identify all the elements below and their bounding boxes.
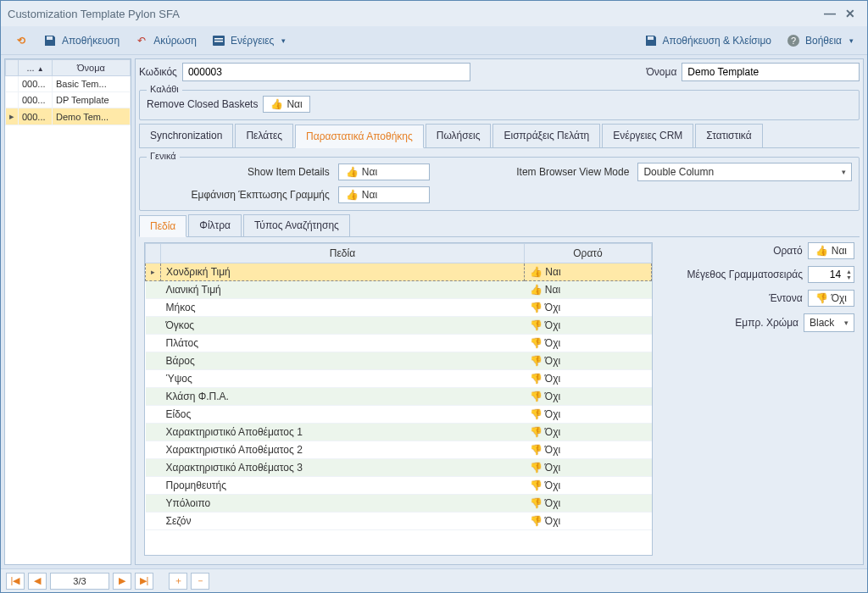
nav-first-button[interactable]: |◀ — [6, 573, 25, 590]
basket-legend: Καλάθι — [147, 84, 182, 94]
spin-down-icon[interactable]: ▼ — [846, 274, 852, 280]
cancel-label: Ακύρωση — [153, 35, 197, 47]
refresh-button[interactable]: ⟲ — [8, 30, 35, 51]
help-dropdown[interactable]: ? Βοήθεια — [780, 30, 860, 51]
field-row[interactable]: Σεζόν👎 Όχι — [146, 513, 652, 530]
field-row[interactable]: Πλάτος👎 Όχι — [146, 335, 652, 352]
prop-fgcolor-label: Εμπρ. Χρώμα — [735, 317, 798, 329]
add-button[interactable]: ＋ — [169, 573, 187, 590]
template-row[interactable]: ▸000...Demo Tem... — [6, 108, 131, 125]
fields-table[interactable]: Πεδία Ορατό ▸Χονδρική Τιμή👍 ΝαιΛιανική Τ… — [144, 242, 653, 556]
thumb-up-icon: 👍 — [270, 98, 283, 110]
thumb-up-icon: 👍 — [346, 189, 359, 201]
field-row[interactable]: Χαρακτηριστικό Αποθέματος 2👎 Όχι — [146, 441, 652, 459]
prop-fgcolor-combo[interactable]: Black▾ — [804, 313, 854, 332]
nav-last-button[interactable]: ▶| — [135, 573, 153, 590]
field-row[interactable]: Χαρακτηριστικό Αποθέματος 1👎 Όχι — [146, 424, 652, 441]
svg-rect-2 — [214, 41, 223, 42]
prop-visible-toggle[interactable]: 👍Ναι — [808, 242, 854, 259]
prop-fontsize-label: Μέγεθος Γραμματοσειράς — [687, 269, 804, 280]
basket-fieldset: Καλάθι Remove Closed Baskets 👍Ναι — [139, 90, 860, 120]
remove-baskets-toggle[interactable]: 👍Ναι — [263, 96, 309, 113]
chevron-down-icon: ▾ — [844, 319, 849, 327]
main-tab[interactable]: Ενέργειες CRM — [602, 124, 693, 147]
prop-bold-label: Έντονα — [769, 292, 803, 304]
main-panel: Κωδικός Όνομα Καλάθι Remove Closed Baske… — [135, 58, 864, 565]
sub-tabs: ΠεδίαΦίλτραΤύπος Αναζήτησης — [139, 214, 860, 237]
toolbar: ⟲ Αποθήκευση ↶ Ακύρωση Ενέργειες Αποθήκε… — [1, 26, 867, 55]
save-icon — [43, 34, 57, 47]
field-properties: Ορατό 👍Ναι Μέγεθος Γραμματοσειράς ▲▼ Έντ… — [659, 242, 854, 556]
svg-text:?: ? — [791, 36, 796, 46]
thumb-up-icon: 👍 — [815, 245, 828, 257]
line-discount-toggle[interactable]: 👍Ναι — [338, 186, 430, 203]
help-label: Βοήθεια — [805, 35, 842, 47]
field-row[interactable]: Λιανική Τιμή👍 Ναι — [146, 281, 652, 299]
remove-baskets-label: Remove Closed Baskets — [147, 98, 258, 110]
actions-label: Ενέργειες — [231, 35, 274, 47]
main-tab[interactable]: Synchronization — [139, 124, 233, 147]
nav-page-indicator: 3/3 — [50, 573, 109, 590]
cancel-button[interactable]: ↶ Ακύρωση — [128, 30, 203, 51]
actions-icon — [212, 34, 225, 47]
name-label: Όνομα — [647, 66, 677, 78]
remove-button[interactable]: － — [191, 573, 209, 590]
refresh-icon: ⟲ — [14, 34, 28, 47]
sub-tab[interactable]: Πεδία — [139, 215, 186, 237]
field-row[interactable]: Ύψος👎 Όχι — [146, 370, 652, 388]
field-row[interactable]: Υπόλοιπο👎 Όχι — [146, 495, 652, 513]
template-grid[interactable]: ... ▲ Όνομα 000...Basic Tem...000...DP T… — [4, 58, 131, 565]
prop-visible-label: Ορατό — [773, 245, 803, 257]
code-input[interactable] — [182, 63, 470, 81]
main-tab[interactable]: Εισπράξεις Πελάτη — [492, 124, 600, 147]
window-title: Customization Template Pylon SFA — [8, 8, 820, 20]
save-label: Αποθήκευση — [62, 35, 120, 47]
titlebar: Customization Template Pylon SFA — ✕ — [1, 1, 867, 26]
code-label: Κωδικός — [139, 66, 177, 78]
nav-next-button[interactable]: ▶ — [113, 573, 131, 590]
svg-rect-1 — [214, 38, 223, 40]
show-item-details-label: Show Item Details — [248, 166, 330, 178]
template-row[interactable]: 000...Basic Tem... — [6, 76, 131, 92]
main-tabs: SynchronizationΠελάτεςΠαραστατικά Αποθήκ… — [139, 124, 860, 148]
close-button[interactable]: ✕ — [840, 7, 860, 20]
save-close-label: Αποθήκευση & Κλείσιμο — [663, 35, 771, 47]
sub-tab[interactable]: Φίλτρα — [188, 214, 242, 236]
main-tab[interactable]: Παραστατικά Αποθήκης — [295, 125, 424, 148]
thumb-up-icon: 👍 — [346, 166, 359, 178]
field-row[interactable]: Κλάση Φ.Π.Α.👎 Όχι — [146, 388, 652, 406]
help-icon: ? — [787, 34, 800, 47]
save-close-icon — [644, 34, 658, 47]
minimize-button[interactable]: — — [820, 7, 840, 20]
nav-prev-button[interactable]: ◀ — [28, 573, 47, 590]
name-input[interactable] — [682, 63, 860, 81]
undo-icon: ↶ — [135, 34, 148, 47]
main-tab[interactable]: Πελάτες — [235, 124, 293, 147]
actions-dropdown[interactable]: Ενέργειες — [205, 30, 292, 51]
sub-tab[interactable]: Τύπος Αναζήτησης — [243, 214, 350, 236]
template-row[interactable]: 000...DP Template — [6, 92, 131, 108]
browser-mode-combo[interactable]: Double Column▾ — [637, 163, 852, 181]
save-button[interactable]: Αποθήκευση — [36, 30, 126, 51]
general-legend: Γενικά — [147, 151, 180, 161]
field-row[interactable]: Είδος👎 Όχι — [146, 406, 652, 424]
field-row[interactable]: Βάρος👎 Όχι — [146, 352, 652, 370]
spin-up-icon[interactable]: ▲ — [846, 269, 852, 274]
main-tab[interactable]: Στατιστικά — [695, 124, 762, 147]
field-row[interactable]: Χαρακτηριστικό Αποθέματος 3👎 Όχι — [146, 459, 652, 477]
sidebar: ... ▲ Όνομα 000...Basic Tem...000...DP T… — [4, 58, 131, 565]
chevron-down-icon: ▾ — [842, 168, 846, 176]
show-item-details-toggle[interactable]: 👍Ναι — [338, 163, 430, 180]
field-row[interactable]: Προμηθευτής👎 Όχι — [146, 477, 652, 495]
field-row[interactable]: Μήκος👎 Όχι — [146, 299, 652, 317]
field-row[interactable]: ▸Χονδρική Τιμή👍 Ναι — [146, 263, 652, 281]
line-discount-label: Εμφάνιση Έκπτωσης Γραμμής — [192, 189, 330, 201]
footer-nav: |◀ ◀ 3/3 ▶ ▶| ＋ － — [1, 568, 867, 592]
prop-bold-toggle[interactable]: 👎Όχι — [808, 290, 854, 307]
app-window: Customization Template Pylon SFA — ✕ ⟲ Α… — [0, 0, 868, 593]
main-tab[interactable]: Πωλήσεις — [426, 124, 492, 147]
browser-mode-label: Item Browser View Mode — [516, 166, 629, 178]
field-row[interactable]: Όγκος👎 Όχι — [146, 317, 652, 335]
prop-fontsize-spinner[interactable]: ▲▼ — [808, 266, 854, 283]
save-close-button[interactable]: Αποθήκευση & Κλείσιμο — [637, 30, 778, 51]
